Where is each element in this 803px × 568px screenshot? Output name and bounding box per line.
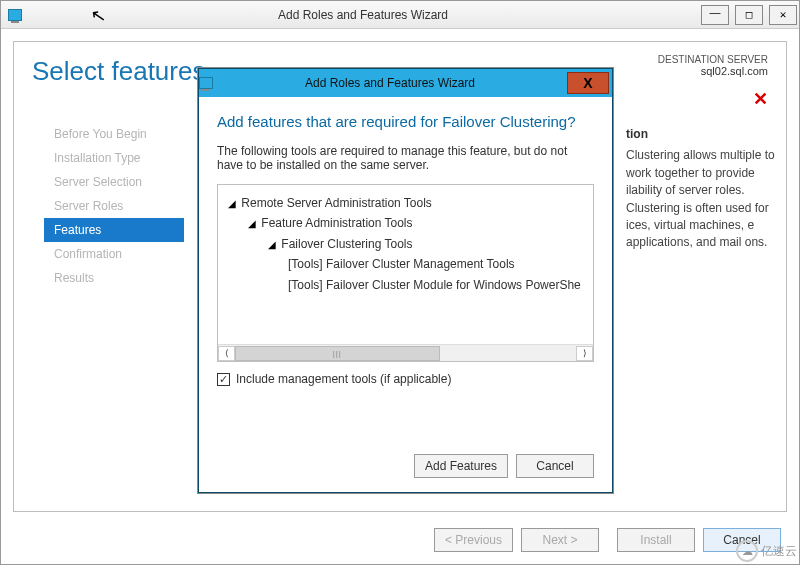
sidebar-item-features[interactable]: Features (44, 218, 184, 242)
dialog-title: Add Roles and Features Wizard (213, 76, 567, 90)
page-title: Select features (32, 56, 205, 87)
wizard-steps-sidebar: Before You Begin Installation Type Serve… (44, 122, 184, 290)
server-manager-icon (199, 77, 213, 89)
wizard-footer-buttons: < Previous Next > Install Cancel (434, 528, 781, 552)
sidebar-item-server-selection[interactable]: Server Selection (44, 170, 184, 194)
dialog-explain-text: The following tools are required to mana… (217, 144, 594, 172)
dialog-titlebar: Add Roles and Features Wizard X (199, 69, 612, 97)
previous-button[interactable]: < Previous (434, 528, 513, 552)
tree-leaf[interactable]: [Tools] Failover Cluster Management Tool… (288, 254, 587, 274)
watermark-icon: ☁ (736, 540, 758, 562)
dialog-question: Add features that are required for Failo… (217, 113, 594, 130)
sidebar-item-confirmation[interactable]: Confirmation (44, 242, 184, 266)
tree-node[interactable]: ◢ Feature Administration Tools (248, 213, 587, 233)
error-close-icon[interactable]: ✕ (753, 88, 768, 110)
dialog-close-button[interactable]: X (567, 72, 609, 94)
sidebar-item-installation-type[interactable]: Installation Type (44, 146, 184, 170)
include-tools-checkbox[interactable]: ✓ (217, 373, 230, 386)
maximize-button[interactable]: □ (735, 5, 763, 25)
expander-icon[interactable]: ◢ (268, 236, 278, 253)
sidebar-item-server-roles[interactable]: Server Roles (44, 194, 184, 218)
next-button[interactable]: Next > (521, 528, 599, 552)
expander-icon[interactable]: ◢ (248, 215, 258, 232)
required-features-tree: ◢ Remote Server Administration Tools ◢ F… (217, 184, 594, 362)
scroll-track[interactable]: ||| (235, 346, 576, 361)
server-manager-icon (1, 1, 29, 29)
scroll-thumb[interactable]: ||| (235, 346, 440, 361)
tree-node[interactable]: ◢ Remote Server Administration Tools (228, 193, 587, 213)
tree-leaf[interactable]: [Tools] Failover Cluster Module for Wind… (288, 275, 587, 295)
expander-icon[interactable]: ◢ (228, 195, 238, 212)
watermark-text: 亿速云 (761, 543, 797, 560)
tree-node[interactable]: ◢ Failover Clustering Tools (268, 234, 587, 254)
include-tools-row[interactable]: ✓ Include management tools (if applicabl… (217, 372, 594, 386)
description-heading: tion (626, 126, 781, 143)
sidebar-item-results[interactable]: Results (44, 266, 184, 290)
add-features-dialog: Add Roles and Features Wizard X Add feat… (198, 68, 613, 493)
scroll-left-arrow[interactable]: ⟨ (218, 346, 235, 361)
include-tools-label: Include management tools (if applicable) (236, 372, 451, 386)
dialog-cancel-button[interactable]: Cancel (516, 454, 594, 478)
window-title: Add Roles and Features Wizard (29, 8, 697, 22)
destination-server-block: DESTINATION SERVER sql02.sql.com (658, 54, 768, 77)
sidebar-item-before-you-begin[interactable]: Before You Begin (44, 122, 184, 146)
watermark: ☁ 亿速云 (736, 540, 797, 562)
minimize-button[interactable]: — (701, 5, 729, 25)
install-button[interactable]: Install (617, 528, 695, 552)
horizontal-scrollbar[interactable]: ⟨ ||| ⟩ (218, 344, 593, 361)
feature-description-panel: tion Clustering allows multiple to work … (626, 126, 781, 252)
titlebar: Add Roles and Features Wizard — □ ✕ (1, 1, 799, 29)
destination-label: DESTINATION SERVER (658, 54, 768, 65)
description-body: Clustering allows multiple to work toget… (626, 147, 781, 251)
add-features-button[interactable]: Add Features (414, 454, 508, 478)
scroll-right-arrow[interactable]: ⟩ (576, 346, 593, 361)
dialog-footer-buttons: Add Features Cancel (414, 454, 594, 478)
dialog-body: Add features that are required for Failo… (199, 97, 612, 398)
close-button[interactable]: ✕ (769, 5, 797, 25)
destination-server: sql02.sql.com (658, 65, 768, 77)
